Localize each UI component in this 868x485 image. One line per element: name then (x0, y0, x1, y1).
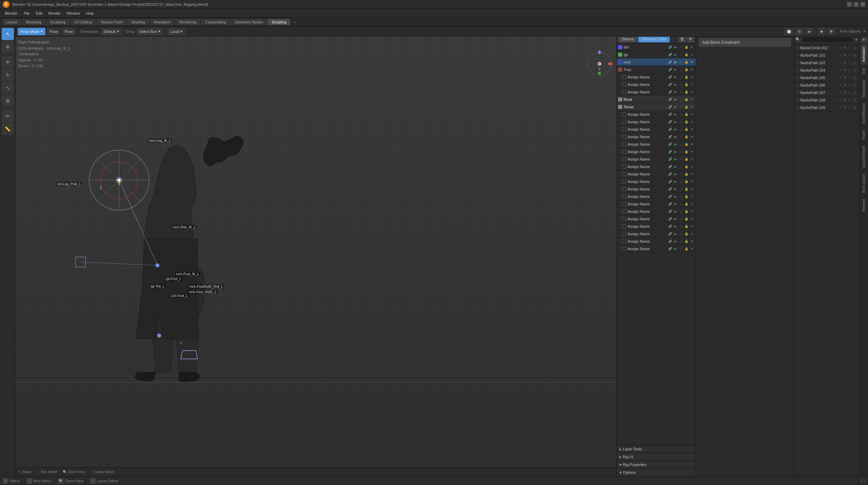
vtab-icon-view[interactable]: 👁 (860, 36, 868, 43)
menu-blender[interactable]: Blender (2, 11, 20, 16)
overlays-button[interactable]: ◈ (817, 28, 826, 35)
tab-add-button[interactable]: + (291, 19, 298, 25)
layer-item-assign-13[interactable]: Assign Name🔗▶○🔒▼ (617, 178, 696, 185)
outliner-item-bezier[interactable]: ○ BezierCircle.012 ○ 👁 ↖ ◎ (794, 44, 860, 52)
pose-options-close[interactable]: ✕ (863, 29, 866, 34)
layer-checkbox-def[interactable] (618, 45, 622, 49)
layer-item-assign-1[interactable]: Assign Name 🔗▶○🔒▼ (617, 73, 696, 81)
layer-item-assign-3[interactable]: Assign Name 🔗▶○🔒▼ (617, 88, 696, 96)
layer-cb-4[interactable] (622, 112, 626, 116)
layer-item-assign-19[interactable]: Assign Name🔗▶○🔒▼ (617, 223, 696, 230)
layer-cb-torso[interactable] (618, 105, 622, 109)
layer-item-assign-20[interactable]: Assign Name🔗▶○🔒▼ (617, 230, 696, 238)
layer-cb-6[interactable] (622, 127, 626, 131)
status-zoom[interactable]: 🔍 Zoom View (58, 478, 83, 484)
layer-cb-5[interactable] (622, 120, 626, 124)
layer-cb-2[interactable] (622, 82, 626, 87)
layer-checkbox-tmp[interactable] (618, 68, 622, 72)
layer-cb-13[interactable] (622, 180, 626, 184)
tab-compositing[interactable]: Compositing (201, 19, 230, 25)
outliner-item-nurbs107[interactable]: ~ NurbsPath.107 ○👁↖◎ (794, 89, 860, 96)
viewport-bottom-lasso[interactable]: ⬚ Lasso Select (90, 470, 114, 474)
pose-mode-dropdown[interactable]: Pose Mode ▾ (18, 28, 45, 35)
menu-edit[interactable]: Edit (33, 11, 45, 16)
select-tool-button[interactable]: ↖ (2, 28, 14, 40)
outliner-item-nurbs105[interactable]: ~ NurbsPath.105 ○👁↖◎ (794, 74, 860, 81)
rig-ui-header[interactable]: ▸ Rig UI ··· (617, 453, 696, 461)
layer-item-assign-10[interactable]: Assign Name🔗▶○🔒▼ (617, 155, 696, 163)
layer-cb-21[interactable] (622, 239, 626, 243)
minimize-button[interactable]: ─ (847, 2, 852, 7)
layer-cb-22[interactable] (622, 247, 626, 251)
layer-cb-8[interactable] (622, 142, 626, 146)
layer-tools-header[interactable]: ▸ Layer Tools ··· (617, 445, 696, 453)
viewport-shading-material[interactable]: ◎ (795, 28, 804, 35)
vtab-animation[interactable]: Animation (861, 44, 867, 64)
vtab-speedretopo[interactable]: SpeedRetopo (861, 100, 867, 127)
drag-dropdown[interactable]: Select Box ▾ (136, 28, 163, 35)
outliner-item-nurbs106[interactable]: ~ NurbsPath.106 ○👁↖◎ (794, 81, 860, 89)
layer-item-assign-15[interactable]: Assign Name🔗▶○🔒▼ (617, 193, 696, 200)
layer-item-assign-5[interactable]: Assign Name🔗▶○🔒▼ (617, 118, 696, 126)
layer-item-assign-8[interactable]: Assign Name🔗▶○🔒▼ (617, 141, 696, 148)
layer-item-root[interactable]: Root 🔗▶○🔒▼ (617, 96, 696, 103)
vtab-edit[interactable]: Edit (861, 65, 867, 76)
layer-item-assign-21[interactable]: Assign Name🔗▶○🔒▼ (617, 238, 696, 245)
pose-button-1[interactable]: Pose (47, 28, 61, 35)
outliner-item-nurbs108[interactable]: ~ NurbsPath.108 ○👁↖◎ (794, 96, 860, 104)
layer-item-tgt[interactable]: tgt 🔗 ▶ ○ 🔒 ▼ (617, 51, 696, 58)
layer-item-assign-11[interactable]: Assign Name🔗▶○🔒▼ (617, 163, 696, 170)
viewport-bottom-box[interactable]: ⬚ Box Select (37, 470, 57, 474)
layer-cb-19[interactable] (622, 224, 626, 228)
outliner-item-nurbs104[interactable]: ~ NurbsPath.104 ○👁↖◎ (794, 67, 860, 74)
vtab-bone-layers[interactable]: Bone Layers (861, 171, 867, 195)
local-dropdown[interactable]: Local ▾ (167, 28, 185, 35)
viewport-shading-solid[interactable]: ⬤ (784, 28, 794, 35)
outliner-search-input[interactable] (802, 37, 853, 43)
layer-cb-12[interactable] (622, 172, 626, 176)
annotate-tool-button[interactable]: ✏ (2, 110, 14, 122)
layer-cb-14[interactable] (622, 187, 626, 191)
layer-item-assign-12[interactable]: Assign Name🔗▶○🔒▼ (617, 170, 696, 178)
viewport-bottom-zoom[interactable]: 🔍 Zoom View (63, 470, 85, 474)
layer-item-assign-22[interactable]: Assign Name🔗▶○🔒▼ (617, 245, 696, 253)
outliner-item-nurbs109[interactable]: ~ NurbsPath.109 ○👁↖◎ (794, 104, 860, 111)
outliner-filter-icon[interactable]: ▼ (854, 38, 858, 42)
layer-item-tmp[interactable]: Tmp 🔗 ▶ ○ 🔒 ▼ (617, 66, 696, 73)
layer-cb-7[interactable] (622, 135, 626, 139)
transform-tool-button[interactable]: ⊞ (2, 95, 14, 107)
options-header[interactable]: ▾ Options (617, 469, 696, 476)
layer-cb-20[interactable] (622, 232, 626, 236)
tab-layout[interactable]: Layout (2, 19, 21, 25)
close-button[interactable]: ✕ (861, 2, 865, 7)
layer-item-assign-14[interactable]: Assign Name🔗▶○🔒▼ (617, 185, 696, 193)
tab-sculpting[interactable]: Sculpting (46, 19, 70, 25)
tab-scripting[interactable]: Scripting (268, 19, 290, 25)
layer-item-assign-2[interactable]: Assign Name 🔗▶○🔒▼ (617, 81, 696, 88)
viewport-3d[interactable]: Right Orthographic (101) Armature : mch-… (16, 37, 616, 467)
layer-item-assign-17[interactable]: Assign Name🔗▶○🔒▼ (617, 208, 696, 215)
layer-item-def[interactable]: def 🔗 ▶ ○ 🔒 ▼ (617, 43, 696, 51)
outliner-item-nurbs101[interactable]: ~ NurbsPath.101 ○ 👁 ↖ ◎ (794, 52, 860, 59)
menu-window[interactable]: Window (64, 11, 83, 16)
maximize-button[interactable]: □ (854, 2, 859, 7)
menu-file[interactable]: File (21, 11, 33, 16)
tab-uv-editing[interactable]: UV Editing (70, 19, 96, 25)
layer-item-assign-4[interactable]: Assign Name🔗▶○🔒▼ (617, 111, 696, 118)
layer-item-assign-7[interactable]: Assign Name🔗▶○🔒▼ (617, 133, 696, 141)
tab-texture-paint[interactable]: Texture Paint (97, 19, 126, 25)
status-box-select[interactable]: ⬚ Box Select (27, 478, 52, 484)
layer-cb-15[interactable] (622, 194, 626, 199)
tab-animation[interactable]: Animation (150, 19, 175, 25)
orientation-dropdown[interactable]: Default ▾ (101, 28, 122, 35)
status-select[interactable]: 🖱 Select (3, 478, 20, 484)
gizmos-button[interactable]: ⊕ (827, 28, 835, 35)
cursor-tool-button[interactable]: ⊕ (2, 41, 14, 53)
outliner-item-nurbs102[interactable]: ~ NurbsPath.102 ○👁↖◎ (794, 59, 860, 67)
menu-help[interactable]: Help (83, 11, 97, 16)
rig-props-header[interactable]: ▾ Rig Properties ··· (617, 461, 696, 468)
tab-shading[interactable]: Shading (127, 19, 149, 25)
layer-cb-3[interactable] (622, 90, 626, 94)
layer-cb-9[interactable] (622, 150, 626, 154)
layer-item-assign-16[interactable]: Assign Name🔗▶○🔒▼ (617, 200, 696, 208)
